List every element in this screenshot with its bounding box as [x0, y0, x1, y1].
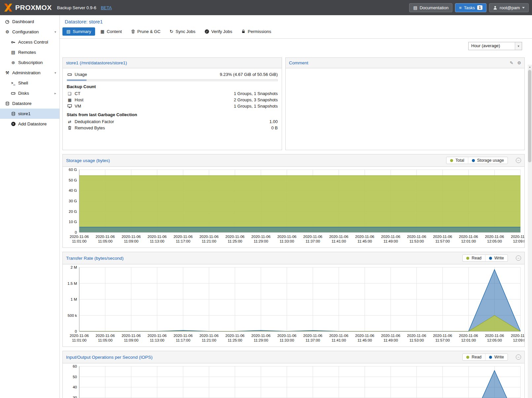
iops-header: Input/Output Operations per Second (IOPS… [63, 351, 524, 363]
gear-icon[interactable]: ⚙ [517, 60, 521, 65]
svg-text:2020-11-06: 2020-11-06 [173, 334, 193, 338]
legend-item-write[interactable]: Write [485, 255, 508, 261]
database-icon [10, 112, 17, 116]
collapse-panel-icon[interactable]: − [516, 354, 521, 360]
svg-text:11:21:00: 11:21:00 [202, 338, 216, 342]
time-range-combobox[interactable]: Hour (average) ▾ [468, 42, 522, 50]
collapse-panel-icon[interactable]: − [516, 158, 521, 163]
tab-sync-jobs[interactable]: ↻ Sync Jobs [166, 27, 199, 36]
sidebar: Dashboard ⚙ Configuration ▾ Access Contr… [0, 15, 60, 398]
svg-text:2020-11-06: 2020-11-06 [511, 235, 524, 239]
combo-trigger[interactable]: ▾ [515, 42, 522, 50]
svg-text:11:37:00: 11:37:00 [305, 239, 320, 243]
legend-item-read[interactable]: Read [463, 255, 485, 261]
scrollbar-thumb[interactable] [528, 70, 531, 162]
chart-toolbar: Hour (average) ▾ [60, 39, 532, 53]
svg-text:2020-11-06: 2020-11-06 [70, 235, 89, 239]
svg-text:20 G: 20 G [69, 210, 77, 214]
sidebar-item-store1[interactable]: store1 [0, 109, 59, 119]
svg-text:2020-11-06: 2020-11-06 [381, 334, 400, 338]
collapse-panel-icon[interactable]: − [516, 255, 521, 261]
svg-text:11:17:00: 11:17:00 [176, 338, 190, 342]
transfer-legend: Read Write [462, 254, 508, 262]
tab-prune-gc[interactable]: Prune & GC [127, 27, 164, 36]
svg-text:11:49:00: 11:49:00 [383, 338, 398, 342]
database-icon [4, 101, 11, 106]
cube-icon: ❑ [67, 91, 73, 96]
key-icon [10, 40, 17, 45]
svg-text:11:25:00: 11:25:00 [228, 239, 242, 243]
tab-permissions[interactable]: Permissions [237, 27, 275, 36]
svg-text:11:17:00: 11:17:00 [176, 239, 190, 243]
scroll-up-arrow[interactable]: ▲ [528, 65, 532, 69]
svg-text:11:53:00: 11:53:00 [409, 338, 424, 342]
caret-down-icon: ▾ [517, 44, 519, 48]
building-icon: ▦ [67, 98, 73, 102]
sidebar-item-add-datastore[interactable]: + Add Datastore [0, 119, 59, 129]
documentation-button[interactable]: ▤ Documentation [409, 3, 452, 12]
storage-usage-header: Storage usage (bytes) Total Storage usag… [63, 154, 524, 167]
svg-text:11:01:00: 11:01:00 [72, 239, 87, 243]
svg-text:2020-11-06: 2020-11-06 [148, 334, 167, 338]
svg-text:11:13:00: 11:13:00 [150, 338, 164, 342]
sidebar-item-access-control[interactable]: Access Control [0, 37, 59, 47]
caret-down-icon: ▾ [54, 30, 56, 34]
svg-text:2020-11-06: 2020-11-06 [303, 334, 322, 338]
tasks-button[interactable]: ≡ Tasks 1 [455, 3, 486, 12]
compress-icon: ⇄ [67, 119, 73, 124]
svg-text:11:05:00: 11:05:00 [98, 239, 113, 243]
user-menu-button[interactable]: root@pam [489, 3, 529, 12]
svg-text:11:53:00: 11:53:00 [409, 239, 424, 243]
sidebar-item-datastore[interactable]: Datastore [0, 98, 59, 109]
svg-text:11:25:00: 11:25:00 [228, 338, 242, 342]
svg-text:12:09:00: 12:09:00 [513, 338, 524, 342]
legend-item-write[interactable]: Write [485, 354, 508, 360]
backup-count-heading: Backup Count [67, 84, 278, 89]
tab-content[interactable]: ▦ Content [96, 27, 126, 36]
sidebar-item-shell[interactable]: >_ Shell [0, 78, 59, 88]
sidebar-item-subscription[interactable]: ⊛ Subscription [0, 57, 59, 68]
svg-text:2020-11-06: 2020-11-06 [355, 334, 374, 338]
svg-text:12:01:00: 12:01:00 [461, 239, 476, 243]
hdd-icon [10, 91, 17, 96]
caret-down-icon: ▾ [54, 71, 56, 75]
tab-verify-jobs[interactable]: ✓ Verify Jobs [201, 27, 236, 36]
comment-content[interactable] [286, 68, 524, 150]
sidebar-item-dashboard[interactable]: Dashboard [0, 17, 59, 27]
storage-usage-panel: Storage usage (bytes) Total Storage usag… [62, 154, 525, 248]
tachometer-icon [4, 19, 11, 24]
legend-dot [472, 159, 475, 162]
tab-bar: ▤ Summary ▦ Content Prune & GC ↻ Sync Jo… [60, 27, 532, 39]
svg-text:2020-11-06: 2020-11-06 [70, 334, 89, 338]
svg-text:2020-11-06: 2020-11-06 [485, 334, 504, 338]
gc-stats-heading: Stats from last Garbage Collection [67, 112, 278, 117]
svg-text:2020-11-06: 2020-11-06 [199, 334, 219, 338]
legend-item-total[interactable]: Total [446, 157, 468, 164]
svg-text:2020-11-06: 2020-11-06 [485, 235, 504, 239]
page-title: Datastore: store1 [60, 15, 532, 27]
legend-item-read[interactable]: Read [463, 354, 485, 360]
trash-icon [131, 29, 135, 34]
svg-text:2 M: 2 M [71, 265, 77, 269]
vertical-scrollbar[interactable]: ▲ [528, 65, 532, 398]
tab-summary[interactable]: ▤ Summary [62, 27, 95, 36]
legend-item-storage-usage[interactable]: Storage usage [468, 157, 508, 164]
sidebar-item-configuration[interactable]: ⚙ Configuration ▾ [0, 27, 59, 37]
lock-icon [241, 29, 245, 34]
beta-link[interactable]: BETA [101, 5, 112, 10]
svg-text:11:09:00: 11:09:00 [124, 239, 138, 243]
iops-legend: Read Write [462, 353, 508, 361]
edit-comment-icon[interactable]: ✎ [510, 60, 513, 65]
svg-text:2020-11-06: 2020-11-06 [96, 334, 115, 338]
sidebar-item-disks[interactable]: Disks ▸ [0, 88, 59, 98]
task-list-icon: ≡ [459, 5, 462, 10]
svg-text:11:21:00: 11:21:00 [202, 239, 216, 243]
iops-chart: 01020304050602020-11-0611:01:002020-11-0… [63, 363, 524, 398]
server-icon: ▤ [10, 50, 17, 55]
desktop-icon [67, 104, 73, 108]
sidebar-item-remotes[interactable]: ▤ Remotes [0, 47, 59, 57]
sidebar-item-administration[interactable]: ⚒ Administration ▾ [0, 68, 59, 78]
legend-dot [466, 257, 469, 260]
svg-text:50 G: 50 G [69, 178, 77, 182]
svg-text:30: 30 [73, 396, 77, 398]
